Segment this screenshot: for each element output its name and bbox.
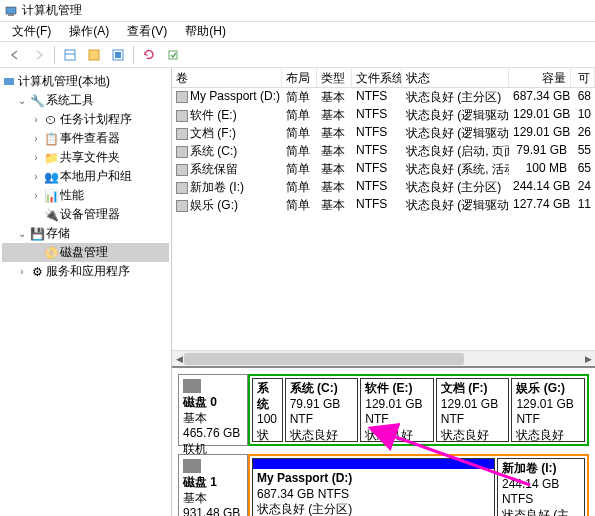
volume-row[interactable]: 系统保留简单基本NTFS状态良好 (系统, 活动, 主分区)100 MB65 — [172, 160, 595, 178]
volume-icon — [176, 110, 188, 122]
expand-icon[interactable]: › — [30, 171, 42, 182]
scroll-right-icon[interactable]: ▶ — [581, 351, 595, 367]
scroll-thumb[interactable] — [184, 353, 464, 365]
col-layout[interactable]: 布局 — [282, 68, 317, 87]
menu-bar: 文件(F) 操作(A) 查看(V) 帮助(H) — [0, 22, 595, 42]
svg-rect-2 — [65, 50, 75, 60]
volume-row[interactable]: My Passport (D:)简单基本NTFS状态良好 (主分区)687.34… — [172, 88, 595, 106]
window-title: 计算机管理 — [22, 2, 82, 19]
menu-view[interactable]: 查看(V) — [119, 21, 175, 42]
collapse-icon[interactable]: ⌄ — [16, 95, 28, 106]
disk-0-label[interactable]: 磁盘 0 基本 465.76 GB 联机 — [178, 374, 248, 446]
tree-eventviewer[interactable]: ›📋事件查看器 — [2, 129, 169, 148]
folder-icon: 📁 — [44, 151, 58, 165]
title-bar: 计算机管理 — [0, 0, 595, 22]
disk-icon — [183, 459, 201, 473]
volume-list-header: 卷 布局 类型 文件系统 状态 容量 可 — [172, 68, 595, 88]
device-icon: 🔌 — [44, 208, 58, 222]
disk-1-label[interactable]: 磁盘 1 基本 931.48 GB 联机 — [178, 454, 248, 516]
col-fs[interactable]: 文件系统 — [352, 68, 402, 87]
disk-1-row[interactable]: 磁盘 1 基本 931.48 GB 联机 My Passport (D:)687… — [178, 454, 589, 516]
expand-icon[interactable]: › — [16, 266, 28, 277]
tree-scheduler[interactable]: ›⏲任务计划程序 — [2, 110, 169, 129]
partition[interactable]: 系统 (C:)79.91 GB NTF状态良好 (启动 — [285, 378, 359, 442]
tree-services[interactable]: ›⚙服务和应用程序 — [2, 262, 169, 281]
svg-rect-4 — [89, 50, 99, 60]
col-type[interactable]: 类型 — [317, 68, 352, 87]
tree-devmgr[interactable]: 🔌设备管理器 — [2, 205, 169, 224]
perf-icon: 📊 — [44, 189, 58, 203]
computer-icon — [2, 75, 16, 89]
partition[interactable]: 文档 (F:)129.01 GB NTF状态良好 (逻辑 — [436, 378, 510, 442]
volume-list: My Passport (D:)简单基本NTFS状态良好 (主分区)687.34… — [172, 88, 595, 214]
view-button-1[interactable] — [59, 44, 81, 66]
services-icon: ⚙ — [30, 265, 44, 279]
view-button-3[interactable] — [107, 44, 129, 66]
view-button-2[interactable] — [83, 44, 105, 66]
back-button[interactable] — [4, 44, 26, 66]
users-icon: 👥 — [44, 170, 58, 184]
refresh-button[interactable] — [138, 44, 160, 66]
volume-row[interactable]: 文档 (F:)简单基本NTFS状态良好 (逻辑驱动器)129.01 GB26 — [172, 124, 595, 142]
clock-icon: ⏲ — [44, 113, 58, 127]
event-icon: 📋 — [44, 132, 58, 146]
storage-icon: 💾 — [30, 227, 44, 241]
col-status[interactable]: 状态 — [402, 68, 509, 87]
tree-storage[interactable]: ⌄💾存储 — [2, 224, 169, 243]
svg-rect-0 — [6, 7, 16, 14]
partition[interactable]: 软件 (E:)129.01 GB NTF状态良好 (逻辑 — [360, 378, 434, 442]
expand-icon[interactable]: › — [30, 190, 42, 201]
tree-panel: 计算机管理(本地) ⌄🔧系统工具 ›⏲任务计划程序 ›📋事件查看器 ›📁共享文件… — [0, 68, 172, 516]
disk-1-partitions: My Passport (D:)687.34 GB NTFS状态良好 (主分区)… — [248, 454, 589, 516]
partition[interactable]: 娱乐 (G:)129.01 GB NTF状态良好 (逻辑 — [511, 378, 585, 442]
menu-action[interactable]: 操作(A) — [61, 21, 117, 42]
partition[interactable]: My Passport (D:)687.34 GB NTFS状态良好 (主分区) — [252, 458, 495, 516]
graphical-view: 磁盘 0 基本 465.76 GB 联机 系统100状态系统 (C:)79.91… — [172, 366, 595, 516]
volume-icon — [176, 164, 188, 176]
col-volume[interactable]: 卷 — [172, 68, 282, 87]
tree-users[interactable]: ›👥本地用户和组 — [2, 167, 169, 186]
forward-button[interactable] — [28, 44, 50, 66]
expand-icon[interactable]: › — [30, 152, 42, 163]
tools-icon: 🔧 — [30, 94, 44, 108]
menu-help[interactable]: 帮助(H) — [177, 21, 234, 42]
toolbar — [0, 42, 595, 68]
col-free[interactable]: 可 — [571, 68, 595, 87]
app-icon — [4, 4, 18, 18]
disk-icon — [183, 379, 201, 393]
tree-diskmgmt[interactable]: 📀磁盘管理 — [2, 243, 169, 262]
tree-perf[interactable]: ›📊性能 — [2, 186, 169, 205]
volume-icon — [176, 200, 188, 212]
volume-icon — [176, 182, 188, 194]
disk-0-row[interactable]: 磁盘 0 基本 465.76 GB 联机 系统100状态系统 (C:)79.91… — [178, 374, 589, 446]
partition[interactable]: 系统100状态 — [252, 378, 283, 442]
volume-row[interactable]: 系统 (C:)简单基本NTFS状态良好 (启动, 页面文件, 故障转储, 主分区… — [172, 142, 595, 160]
horizontal-scrollbar[interactable]: ◀ ▶ — [172, 350, 595, 366]
menu-file[interactable]: 文件(F) — [4, 21, 59, 42]
tree-root[interactable]: 计算机管理(本地) — [2, 72, 169, 91]
collapse-icon[interactable]: ⌄ — [16, 228, 28, 239]
settings-button[interactable] — [162, 44, 184, 66]
partition-bar — [253, 459, 494, 469]
disk-icon: 📀 — [44, 246, 58, 260]
volume-icon — [176, 128, 188, 140]
partition[interactable]: 新加卷 (I:)244.14 GB NTFS状态良好 (主分区) — [497, 458, 585, 516]
tree-systools[interactable]: ⌄🔧系统工具 — [2, 91, 169, 110]
volume-icon — [176, 146, 188, 158]
expand-icon[interactable]: › — [30, 114, 42, 125]
volume-row[interactable]: 新加卷 (I:)简单基本NTFS状态良好 (主分区)244.14 GB24 — [172, 178, 595, 196]
expand-icon[interactable]: › — [30, 133, 42, 144]
volume-row[interactable]: 软件 (E:)简单基本NTFS状态良好 (逻辑驱动器)129.01 GB10 — [172, 106, 595, 124]
col-capacity[interactable]: 容量 — [509, 68, 571, 87]
tree-shared[interactable]: ›📁共享文件夹 — [2, 148, 169, 167]
volume-row[interactable]: 娱乐 (G:)简单基本NTFS状态良好 (逻辑驱动器)127.74 GB11 — [172, 196, 595, 214]
volume-icon — [176, 91, 188, 103]
svg-rect-6 — [115, 52, 121, 58]
disk-0-partitions: 系统100状态系统 (C:)79.91 GB NTF状态良好 (启动软件 (E:… — [248, 374, 589, 446]
svg-rect-8 — [4, 78, 14, 85]
svg-rect-1 — [8, 14, 14, 16]
